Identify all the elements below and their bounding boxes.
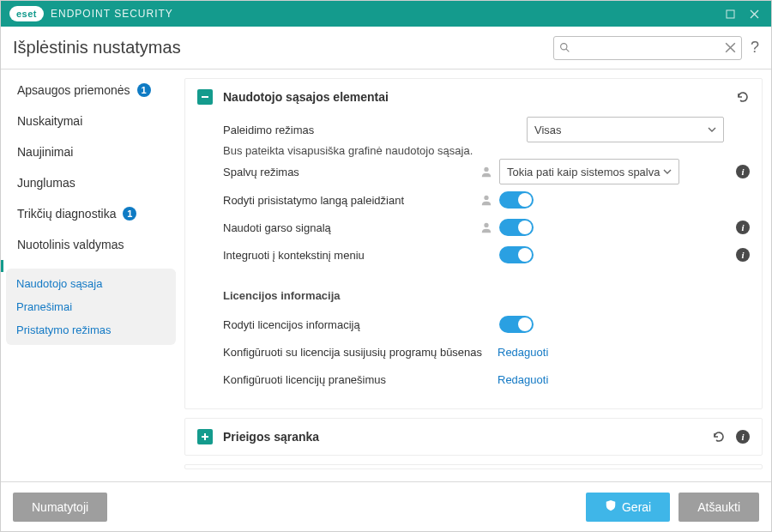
sidebar-badge: 1 bbox=[137, 83, 151, 97]
brand-badge: eset bbox=[9, 6, 44, 21]
sidebar-item-label: Naujinimai bbox=[17, 145, 73, 159]
select-value: Visas bbox=[534, 124, 562, 136]
sidebar-sub-ui[interactable]: Naudotojo sąsaja bbox=[6, 272, 176, 295]
window-close-button[interactable] bbox=[742, 1, 766, 27]
product-name: ENDPOINT SECURITY bbox=[51, 8, 173, 20]
user-icon bbox=[480, 166, 492, 178]
window-maximize-button[interactable] bbox=[718, 1, 742, 27]
sidebar-item-label: Apsaugos priemonės bbox=[17, 83, 130, 97]
sidebar-sub-notifications[interactable]: Pranešimai bbox=[6, 295, 176, 318]
svg-rect-2 bbox=[202, 96, 208, 98]
footer: Numatytoji Gerai Atšaukti bbox=[1, 481, 771, 531]
svg-point-5 bbox=[484, 223, 488, 227]
brand-text: eset bbox=[16, 9, 37, 19]
sidebar-sub-label: Pristatymo režimas bbox=[16, 323, 112, 336]
shield-icon bbox=[605, 499, 617, 514]
help-button[interactable]: ? bbox=[751, 39, 759, 57]
sidebar: Apsaugos priemonės 1 Nuskaitymai Naujini… bbox=[1, 70, 181, 481]
titlebar: eset ENDPOINT SECURITY bbox=[1, 1, 771, 27]
splash-toggle[interactable] bbox=[499, 191, 534, 209]
chevron-down-icon bbox=[708, 124, 716, 136]
sidebar-item-scans[interactable]: Nuskaitymai bbox=[1, 106, 181, 136]
header: Išplėstinis nustatymas ? bbox=[1, 27, 771, 70]
cancel-button[interactable]: Atšaukti bbox=[679, 493, 759, 522]
show-license-toggle[interactable] bbox=[499, 316, 534, 333]
config-states-label: Konfigūruoti su licencija susijusių prog… bbox=[223, 346, 498, 359]
color-mode-select[interactable]: Tokia pati kaip sistemos spalva bbox=[499, 159, 679, 184]
panel-title: Naudotojo sąsajos elementai bbox=[223, 90, 726, 104]
panel-title: Prieigos sąranka bbox=[223, 430, 702, 444]
sidebar-item-label: Junglumas bbox=[17, 176, 75, 190]
sidebar-item-remote[interactable]: Nuotolinis valdymas bbox=[1, 229, 181, 260]
license-section-heading: Licencijos informacija bbox=[223, 289, 750, 302]
sidebar-item-diagnostics[interactable]: Trikčių diagnostika 1 bbox=[1, 198, 181, 229]
startup-mode-select[interactable]: Visas bbox=[527, 117, 724, 142]
search-box[interactable] bbox=[553, 36, 742, 60]
ok-button[interactable]: Gerai bbox=[586, 493, 670, 522]
svg-rect-0 bbox=[727, 10, 734, 18]
sidebar-item-connectivity[interactable]: Junglumas bbox=[1, 167, 181, 198]
undo-icon[interactable] bbox=[712, 430, 726, 444]
sidebar-sub-presentation[interactable]: Pristatymo režimas bbox=[6, 318, 176, 342]
panel-next-peek bbox=[184, 464, 763, 469]
panel-ui-elements: Naudotojo sąsajos elementai Paleidimo re… bbox=[184, 78, 763, 409]
chevron-down-icon bbox=[663, 166, 672, 178]
page-title: Išplėstinis nustatymas bbox=[13, 38, 181, 57]
svg-rect-7 bbox=[202, 436, 208, 438]
search-input[interactable] bbox=[570, 40, 725, 55]
context-label: Integruoti į kontekstinį meniu bbox=[223, 249, 480, 262]
panel-access: Prieigos sąranka i bbox=[184, 418, 763, 456]
sidebar-item-label: Nuotolinis valdymas bbox=[17, 238, 124, 251]
startup-mode-hint: Bus pateikta visapusiška grafinė naudoto… bbox=[223, 144, 750, 157]
startup-mode-label: Paleidimo režimas bbox=[223, 124, 480, 136]
svg-point-3 bbox=[484, 167, 488, 172]
search-icon bbox=[559, 42, 570, 53]
show-license-label: Rodyti licencijos informaciją bbox=[223, 318, 480, 331]
sidebar-sub-block: Naudotojo sąsaja Pranešimai Pristatymo r… bbox=[6, 269, 176, 345]
info-icon[interactable]: i bbox=[736, 248, 750, 262]
undo-icon[interactable] bbox=[736, 90, 750, 104]
context-toggle[interactable] bbox=[499, 246, 534, 263]
sidebar-item-updates[interactable]: Naujinimai bbox=[1, 136, 181, 167]
info-icon[interactable]: i bbox=[736, 221, 750, 234]
info-icon[interactable]: i bbox=[736, 430, 750, 444]
user-icon bbox=[480, 194, 492, 206]
sidebar-sub-label: Pranešimai bbox=[16, 300, 72, 313]
collapse-button[interactable] bbox=[197, 89, 213, 105]
button-label: Atšaukti bbox=[697, 500, 740, 514]
content-area: Naudotojo sąsajos elementai Paleidimo re… bbox=[181, 70, 771, 481]
svg-point-1 bbox=[561, 44, 567, 50]
config-msgs-label: Konfigūruoti licencijų pranešimus bbox=[223, 373, 498, 386]
sidebar-item-protection[interactable]: Apsaugos priemonės 1 bbox=[1, 75, 181, 106]
sidebar-sub-label: Naudotojo sąsaja bbox=[16, 277, 102, 290]
expand-button[interactable] bbox=[197, 429, 213, 444]
sidebar-item-label: Trikčių diagnostika bbox=[17, 207, 116, 221]
button-label: Gerai bbox=[622, 500, 651, 514]
select-value: Tokia pati kaip sistemos spalva bbox=[507, 166, 660, 178]
config-states-edit[interactable]: Redaguoti bbox=[498, 346, 548, 359]
default-button[interactable]: Numatytoji bbox=[13, 493, 107, 522]
config-msgs-edit[interactable]: Redaguoti bbox=[498, 373, 548, 386]
info-icon[interactable]: i bbox=[736, 165, 750, 178]
button-label: Numatytoji bbox=[32, 500, 88, 514]
svg-point-4 bbox=[484, 196, 488, 200]
sound-label: Naudoti garso signalą bbox=[223, 221, 480, 234]
splash-label: Rodyti prisistatymo langą paleidžiant bbox=[223, 194, 480, 207]
sidebar-item-label: Nuskaitymai bbox=[17, 114, 82, 128]
clear-search-icon[interactable] bbox=[725, 42, 736, 53]
user-icon bbox=[480, 221, 492, 233]
sidebar-badge: 1 bbox=[123, 207, 136, 221]
sound-toggle[interactable] bbox=[499, 219, 534, 236]
color-mode-label: Spalvų režimas bbox=[223, 166, 480, 178]
